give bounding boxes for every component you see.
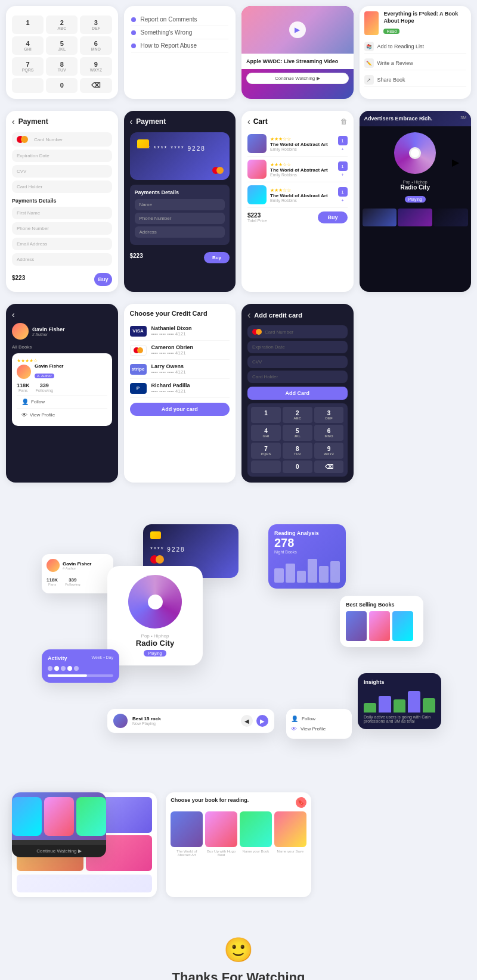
sm-book-3[interactable] <box>240 811 272 847</box>
radio-thumb-3[interactable] <box>433 209 468 226</box>
profile-avatar <box>12 323 29 340</box>
sm-book-4[interactable] <box>274 811 306 847</box>
dark-key-5[interactable]: 5JKL <box>283 425 312 441</box>
cc-paypal-item[interactable]: P Richard Padilla •••• •••• •••• 4121 <box>130 379 230 398</box>
follow-button[interactable]: 👤 Follow <box>17 395 107 408</box>
book-card: Everything is F*cked: A Book About Hope … <box>360 6 472 99</box>
card-number-field[interactable]: Card Number <box>12 132 112 147</box>
top-grid-row1: 1 2ABC 3DEF 4GHI 5JKL 6MNO 7PQRS 8TUV 9W… <box>0 0 477 105</box>
key-2[interactable]: 2ABC <box>46 15 78 34</box>
key-9[interactable]: 9WXYZ <box>80 57 111 76</box>
report-dot-1 <box>131 17 136 22</box>
dark-key-7[interactable]: 7PQRS <box>251 443 281 459</box>
key-7[interactable]: 7PQRS <box>12 57 44 76</box>
name-field-dark[interactable]: Name <box>135 199 225 210</box>
showcase-bestsell-title: Best Selling Books <box>346 602 417 608</box>
sm-book-2[interactable] <box>205 811 237 847</box>
book-action-share[interactable]: ↗ Share Book <box>364 73 467 87</box>
sc-np-next-button[interactable]: ▶ <box>256 715 268 727</box>
dark-key-1[interactable]: 1 <box>251 407 281 423</box>
cart-qty-badge-2[interactable]: 1 <box>338 161 348 171</box>
play-button[interactable]: ▶ <box>289 21 306 38</box>
back-arrow-1[interactable]: ‹ <box>12 117 15 126</box>
phone-field-dark[interactable]: Phone Number <box>135 213 225 224</box>
continue-button[interactable]: Continue Watching ▶ <box>246 73 349 84</box>
add-card-dark-button[interactable]: Add Card <box>247 387 348 400</box>
cart-buy-button[interactable]: Buy <box>318 211 347 223</box>
thanks-emoji: 🙂 <box>12 936 465 964</box>
cardholder-field-1[interactable]: Card Holder <box>12 181 112 193</box>
key-5[interactable]: 5JKL <box>46 36 78 55</box>
ins-bar-3 <box>394 699 406 713</box>
radio-thumb-1[interactable] <box>363 209 397 226</box>
cvv-field-1[interactable]: CVV <box>12 165 112 178</box>
dark-key-delete[interactable]: ⌫ <box>314 461 344 473</box>
profile-back-arrow[interactable]: ‹ <box>12 310 15 319</box>
key-8[interactable]: 8TUV <box>46 57 78 76</box>
cc-visa-item[interactable]: VISA Nathaniel Dixon •••• •••• •••• 4121 <box>130 322 230 341</box>
credit-card-visual: **** **** **** 9228 <box>130 132 230 180</box>
dark-key-8[interactable]: 8TUV <box>283 443 312 459</box>
key-6[interactable]: 6MNO <box>80 36 111 55</box>
cart-trash-icon[interactable]: 🗑 <box>340 117 348 126</box>
showcase-books-row <box>346 611 417 641</box>
add-cc-holder-field[interactable]: Card Holder <box>247 371 348 383</box>
expiry-field-1[interactable]: Expiration Date <box>12 150 112 162</box>
book-action-review[interactable]: ✏️ Write a Review <box>364 57 467 70</box>
dark-key-3[interactable]: 3DEF <box>314 407 344 423</box>
key-1[interactable]: 1 <box>12 15 44 34</box>
cart-qty-badge-1[interactable]: 1 <box>338 136 348 145</box>
view-profile-button[interactable]: 👁 View Profile <box>17 408 107 421</box>
keypad-dark-grid[interactable]: 1 2ABC 3DEF 4GHI 5JKL 6MNO 7PQRS 8TUV 9W… <box>251 407 344 473</box>
dark-key-0[interactable]: 0 <box>283 461 312 473</box>
showcase-follow-item[interactable]: 👤 Follow <box>291 714 347 724</box>
cart-back-arrow[interactable]: ‹ <box>247 117 250 126</box>
dark-key-6[interactable]: 6MNO <box>314 425 344 441</box>
ins-bar-5 <box>423 698 435 713</box>
play-icon-radio[interactable]: ▶ <box>452 157 459 168</box>
add-card-button[interactable]: Add your card <box>130 403 230 416</box>
key-delete[interactable]: ⌫ <box>80 78 111 93</box>
key-0[interactable]: 0 <box>46 78 78 93</box>
dark-key-4[interactable]: 4GHI <box>251 425 281 441</box>
email-field-1[interactable]: Email Address <box>12 238 112 250</box>
cc-stripe-item[interactable]: stripe Larry Owens •••• •••• •••• 4121 <box>130 360 230 379</box>
add-cc-back-arrow[interactable]: ‹ <box>247 310 250 321</box>
phone-field-1[interactable]: Phone Number <box>12 222 112 235</box>
first-name-field[interactable]: First Name <box>12 207 112 219</box>
address-field-1[interactable]: Address <box>12 253 112 266</box>
report-item-3[interactable]: How to Report Abuse <box>131 39 229 52</box>
mc-holder: Cameron Obrien <box>151 344 194 350</box>
keypad-grid[interactable]: 1 2ABC 3DEF 4GHI 5JKL 6MNO 7PQRS 8TUV 9W… <box>12 15 112 93</box>
report-item-1[interactable]: Report on Comments <box>131 13 229 26</box>
back-arrow-2[interactable]: ‹ <box>130 117 133 126</box>
cart-plus-3[interactable]: + <box>341 198 343 203</box>
cc-mastercard <box>212 167 224 174</box>
dark-key-9[interactable]: 9WXYZ <box>314 443 344 459</box>
book-action-reading-list[interactable]: 📚 Add to Reading List <box>364 40 467 54</box>
key-3[interactable]: 3DEF <box>80 15 111 34</box>
key-4[interactable]: 4GHI <box>12 36 44 55</box>
radio-thumb-2[interactable] <box>398 209 432 226</box>
streaming-continue-label[interactable]: Continue Watching ▶ <box>36 848 82 854</box>
add-cc-expiry-field[interactable]: Expiration Date <box>247 341 348 353</box>
buy-button-1[interactable]: Buy <box>94 273 111 286</box>
ins-bar-2 <box>379 696 391 713</box>
card-number-placeholder: Card Number <box>34 137 63 142</box>
report-item-2[interactable]: Something's Wrong <box>131 26 229 39</box>
add-cc-card-number-field[interactable]: Card Number <box>247 325 348 338</box>
sc-np-prev-button[interactable]: ◀ <box>241 715 253 727</box>
cc-mc-item[interactable]: Cameron Obrien •••• •••• •••• 4121 <box>130 341 230 360</box>
address-field-dark[interactable]: Address <box>135 226 225 238</box>
add-cc-cvv-field[interactable]: CVV <box>247 356 348 368</box>
showcase-progress-fill <box>48 674 87 677</box>
cart-plus-1[interactable]: + <box>341 147 343 151</box>
buy-button-2[interactable]: Buy <box>204 252 230 263</box>
showcase-stats: 118K Fans 339 Following <box>47 575 109 589</box>
dark-key-2[interactable]: 2ABC <box>283 407 312 423</box>
cart-qty-badge-3[interactable]: 1 <box>338 187 348 197</box>
cart-plus-2[interactable]: + <box>341 173 343 177</box>
mastercard-icon <box>17 136 28 143</box>
showcase-view-profile-item[interactable]: 👁 View Profile <box>291 724 347 734</box>
sm-book-1[interactable] <box>171 811 203 847</box>
